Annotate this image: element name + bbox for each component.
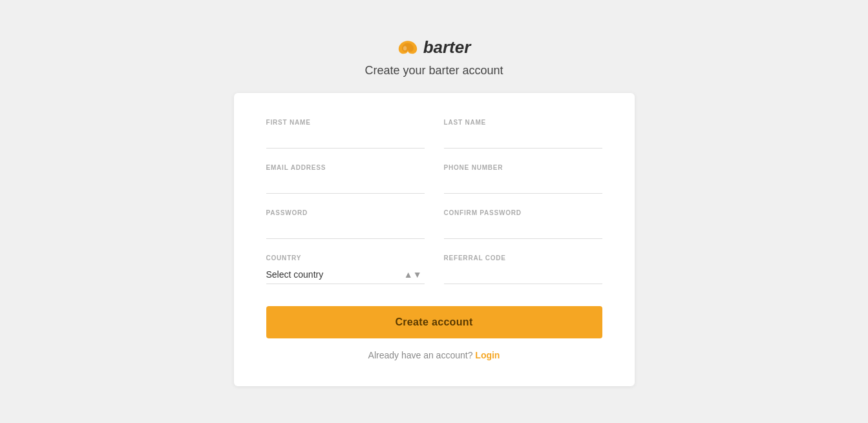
password-group: PASSWORD — [266, 209, 425, 239]
email-input[interactable] — [266, 175, 425, 194]
phone-label: PHONE NUMBER — [444, 164, 602, 171]
create-account-button[interactable]: Create account — [266, 306, 602, 338]
logo-row: barter — [397, 37, 471, 57]
create-account-wrapper: Create account Already have an account? … — [266, 300, 602, 360]
first-name-input[interactable] — [266, 130, 425, 149]
login-link[interactable]: Login — [475, 350, 500, 360]
email-group: EMAIL ADDRESS — [266, 164, 425, 194]
last-name-group: LAST NAME — [444, 119, 602, 149]
last-name-input[interactable] — [444, 130, 602, 149]
login-prompt-row: Already have an account? Login — [266, 350, 602, 360]
email-label: EMAIL ADDRESS — [266, 164, 425, 171]
first-name-group: FIRST NAME — [266, 119, 425, 149]
referral-input[interactable] — [444, 265, 602, 284]
country-group: COUNTRY Select country Nigeria Ghana Ken… — [266, 254, 425, 284]
first-name-label: FIRST NAME — [266, 119, 425, 126]
phone-group: PHONE NUMBER — [444, 164, 602, 194]
referral-label: REFERRAL CODE — [444, 254, 602, 262]
svg-point-0 — [403, 46, 407, 50]
confirm-password-group: CONFIRM PASSWORD — [444, 209, 602, 239]
country-select-wrapper: Select country Nigeria Ghana Kenya South… — [266, 265, 425, 284]
password-input[interactable] — [266, 220, 425, 239]
last-name-label: LAST NAME — [444, 119, 602, 126]
page-subtitle: Create your barter account — [365, 64, 503, 77]
country-select[interactable]: Select country Nigeria Ghana Kenya South… — [266, 265, 425, 284]
confirm-password-label: CONFIRM PASSWORD — [444, 209, 602, 216]
password-label: PASSWORD — [266, 209, 425, 216]
logo-text: barter — [423, 37, 471, 57]
signup-form-card: FIRST NAME LAST NAME EMAIL ADDRESS PHONE… — [234, 93, 635, 386]
phone-input[interactable] — [444, 175, 602, 194]
form-grid: FIRST NAME LAST NAME EMAIL ADDRESS PHONE… — [266, 119, 602, 360]
country-label: COUNTRY — [266, 254, 425, 262]
referral-group: REFERRAL CODE — [444, 254, 602, 284]
confirm-password-input[interactable] — [444, 220, 602, 239]
barter-logo-icon — [397, 38, 418, 56]
page-header: barter Create your barter account — [365, 37, 503, 77]
login-prompt-text: Already have an account? — [368, 350, 473, 360]
